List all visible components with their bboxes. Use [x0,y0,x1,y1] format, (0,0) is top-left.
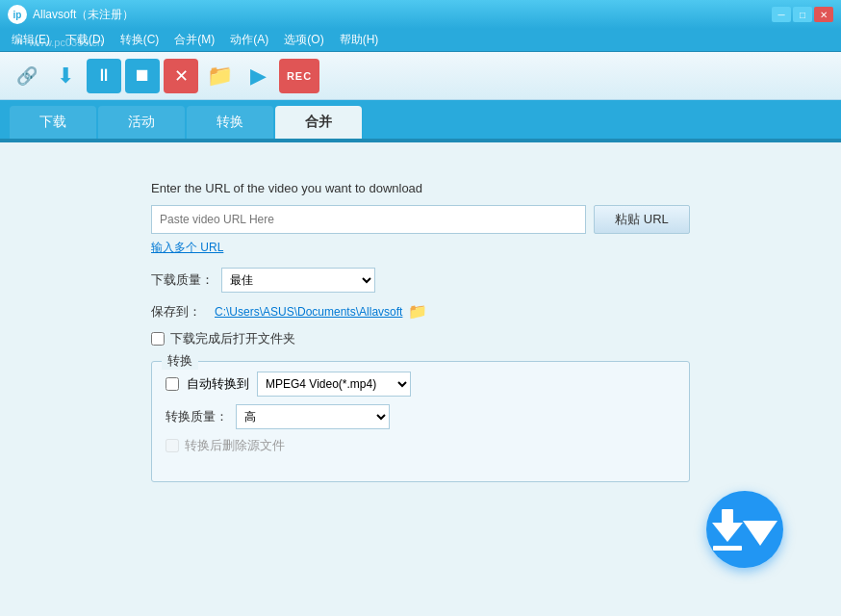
folder-button[interactable]: 📁 [202,59,237,93]
window-controls: ─ □ ✕ [772,7,833,22]
app-title: Allavsoft（未注册） [33,7,772,23]
app-icon: ip [8,5,27,24]
tab-download[interactable]: 下载 [10,106,96,139]
auto-convert-row: 自动转换到 MPEG4 Video(*.mp4) AVI(*.avi) MP3(… [166,372,675,397]
download-arrow-icon [712,509,743,551]
toolbar: 🔗 ⬇ ⏸ ⏹ ✕ 📁 ▶ REC [0,52,841,100]
menu-download[interactable]: 下载(D) [58,30,113,50]
url-instruction: Enter the URL of the video you want to d… [151,181,690,195]
add-download-button[interactable]: ⬇ [48,59,83,93]
multi-url-link[interactable]: 输入多个 URL [151,240,690,256]
delete-source-label: 转换后删除源文件 [185,437,285,454]
tab-activity[interactable]: 活动 [98,106,185,139]
close-button[interactable]: ✕ [814,7,833,22]
minimize-button[interactable]: ─ [772,7,791,22]
menu-convert[interactable]: 转换(C) [113,30,167,50]
main-content: Enter the URL of the video you want to d… [0,142,841,616]
content-area: Enter the URL of the video you want to d… [151,171,690,482]
play-button[interactable]: ▶ [241,59,275,93]
link-button[interactable]: 🔗 [10,59,44,93]
open-folder-label: 下载完成后打开文件夹 [170,330,295,347]
save-path-row: 保存到： C:\Users\ASUS\Documents\Allavsoft 📁 [151,302,690,321]
convert-format-select[interactable]: MPEG4 Video(*.mp4) AVI(*.avi) MP3(*.mp3) [257,372,411,397]
open-folder-checkbox[interactable] [151,332,165,346]
save-path-link[interactable]: C:\Users\ASUS\Documents\Allavsoft [215,305,402,319]
auto-convert-checkbox[interactable] [166,377,179,391]
tabs: 下载 活动 转换 合并 [0,100,841,139]
delete-source-row: 转换后删除源文件 [166,437,675,454]
url-input[interactable] [151,205,586,234]
cancel-button[interactable]: ✕ [164,59,198,93]
tab-convert[interactable]: 转换 [187,106,273,139]
url-row: 粘贴 URL [151,205,690,234]
delete-source-checkbox[interactable] [166,439,179,452]
quality-label: 下载质量： [151,271,214,289]
save-folder-icon[interactable]: 📁 [408,302,427,321]
save-label: 保存到： [151,303,209,321]
tab-merge[interactable]: 合并 [275,106,362,139]
titlebar: ip Allavsoft（未注册） ─ □ ✕ [0,0,841,29]
convert-quality-row: 转换质量： 高 中 低 [166,404,675,429]
menu-options[interactable]: 选项(O) [276,30,331,50]
convert-box: 转换 自动转换到 MPEG4 Video(*.mp4) AVI(*.avi) M… [151,361,690,482]
stop-button[interactable]: ⏹ [125,59,160,93]
menu-merge[interactable]: 合并(M) [166,30,222,50]
menubar: 编辑(E) 下载(D) 转换(C) 合并(M) 动作(A) 选项(O) 帮助(H… [0,29,841,52]
pause-button[interactable]: ⏸ [87,59,121,93]
maximize-button[interactable]: □ [793,7,812,22]
convert-quality-label: 转换质量： [166,408,228,425]
convert-quality-select[interactable]: 高 中 低 [236,404,390,429]
menu-edit[interactable]: 编辑(E) [4,30,58,50]
app-icon-text: ip [13,10,22,20]
quality-select[interactable]: 最佳 高 中 低 [221,268,375,293]
convert-box-title: 转换 [162,352,198,370]
rec-button[interactable]: REC [279,59,319,93]
menu-help[interactable]: 帮助(H) [332,30,387,50]
auto-convert-label: 自动转换到 [187,375,249,393]
menu-action[interactable]: 动作(A) [222,30,276,50]
quality-row: 下载质量： 最佳 高 中 低 [151,268,690,293]
paste-url-button[interactable]: 粘贴 URL [594,205,690,234]
big-download-button[interactable] [706,491,783,568]
open-folder-row: 下载完成后打开文件夹 [151,330,690,347]
